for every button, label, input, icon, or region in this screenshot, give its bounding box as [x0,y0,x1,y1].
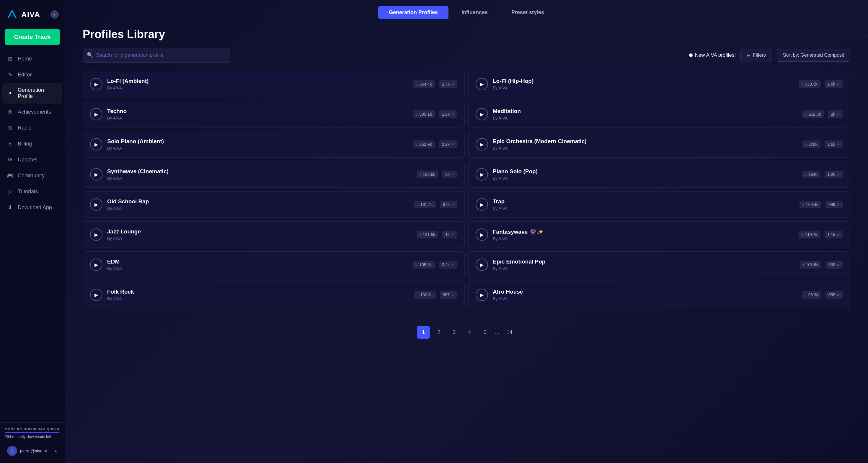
new-aiva-profiles-button[interactable]: New AIVA profiles! [689,52,736,58]
profile-info: Lo-Fi (Ambient) By AIVA [107,78,408,90]
play-button[interactable]: ▶ [90,168,102,180]
play-button[interactable]: ▶ [476,78,488,90]
sidebar-item-home[interactable]: ⊟ Home [2,51,62,66]
download-app-icon: ⬇ [6,204,13,211]
sidebar-item-download-app[interactable]: ⬇ Download App [2,200,62,215]
profile-card[interactable]: ▶ Fantasywave 👾✨ By AIVA ♪ 119.7k 1.1k ✓ [468,221,850,248]
page-btn-4[interactable]: 4 [463,326,476,339]
search-bar-row: 🔍 New AIVA profiles! ⊟ Filters Sort by: … [83,48,850,63]
profile-card[interactable]: ▶ Folk Rock By AIVA ♪ 100.8k 867 ✓ [83,282,465,308]
filters-button[interactable]: ⊟ Filters [740,49,772,62]
play-button[interactable]: ▶ [90,198,102,211]
page-btn-2[interactable]: 2 [432,326,445,339]
profile-card[interactable]: ▶ Solo Piano (Ambient) By AIVA ♪ 252.9k … [83,131,465,158]
user-profile[interactable]: 👤 pierre@aiva.ai ▲ [5,443,60,458]
sidebar-item-community[interactable]: 🎮 Community [2,168,62,183]
play-count: ♪ 119.7k [799,231,820,238]
like-count-value: 999 [829,202,835,207]
sidebar-item-updates[interactable]: ⟳ Updates [2,152,62,167]
profile-author: By AIVA [107,176,412,180]
profile-name: Jazz Lounge [107,228,412,235]
like-count-value: 1.6k [442,112,450,117]
like-count-value: 1k [445,232,450,237]
music-note-icon: ♪ [417,293,419,297]
profile-name: Folk Rock [107,289,409,295]
verified-icon: ✓ [451,233,454,237]
profile-card[interactable]: ▶ Techno By AIVA ♪ 309.1k 1.6k ✓ [83,101,465,128]
tab-generation-profiles[interactable]: Generation Profiles [378,6,448,19]
user-email: pierre@aiva.ai [20,449,51,453]
sidebar-item-generation-profile[interactable]: ✦ Generation Profile [2,83,62,104]
sidebar-item-billing[interactable]: $ Billing [2,136,62,152]
play-button[interactable]: ▶ [90,259,102,271]
profile-stats: ♪ 161.4k 673 ✓ [414,201,457,208]
sidebar-item-tutorials[interactable]: ▷ Tutorials [2,184,62,199]
play-count: ♪ 100.8k [414,291,436,299]
profile-stats: ♪ 105.6k 3.2k ✓ [413,261,457,268]
profile-stats: ♪ 164k 1.2k ✓ [802,171,843,178]
play-button[interactable]: ▶ [476,138,488,151]
sort-button[interactable]: Sort by: Generated Composit [777,49,850,62]
verified-icon: ✓ [451,263,454,267]
play-count-value: 262.3k [808,112,821,117]
profile-card[interactable]: ▶ Meditation By AIVA ♪ 262.3k 2k ✓ [468,101,850,128]
profile-card[interactable]: ▶ Jazz Lounge By AIVA ♪ 131.5k 1k ✓ [83,221,465,248]
profile-info: Solo Piano (Ambient) By AIVA [107,138,408,151]
sidebar-item-editor[interactable]: ✎ Editor [2,67,62,82]
create-track-button[interactable]: Create Track [5,29,60,45]
profile-card[interactable]: ▶ Piano Solo (Pop) By AIVA ♪ 164k 1.2k ✓ [468,161,850,188]
play-button[interactable]: ▶ [90,108,102,121]
music-note-icon: ♪ [420,172,422,177]
play-button[interactable]: ▶ [476,259,488,271]
like-count: 2.6k ✓ [825,80,843,88]
sidebar-item-radio[interactable]: ⊙ Radio [2,120,62,135]
search-input[interactable] [83,48,230,63]
play-button[interactable]: ▶ [476,108,488,121]
like-count-value: 658 [829,292,835,297]
aiva-logo-icon [6,8,18,21]
play-button[interactable]: ▶ [476,228,488,241]
profile-card[interactable]: ▶ Epic Orchestra (Modern Cinematic) By A… [468,131,850,158]
play-button[interactable]: ▶ [90,289,102,301]
profile-card[interactable]: ▶ Trap By AIVA ♪ 160.4k 999 ✓ [468,191,850,218]
like-count-value: 1.2k [828,172,835,177]
profile-info: Afro House By AIVA [493,289,797,301]
profile-name: Lo-Fi (Hip-Hop) [493,78,794,85]
sidebar-item-achievements[interactable]: ◎ Achievements [2,104,62,120]
play-count-value: 105.6k [419,262,432,267]
top-nav: Generation Profiles Influences Preset st… [65,0,868,25]
profile-card[interactable]: ▶ Epic Emotional Pop By AIVA ♪ 103.6k 66… [468,252,850,278]
profile-card[interactable]: ▶ EDM By AIVA ♪ 105.6k 3.2k ✓ [83,252,465,278]
play-button[interactable]: ▶ [476,289,488,301]
page-btn-14[interactable]: 14 [503,326,516,339]
profile-card[interactable]: ▶ Old School Rap By AIVA ♪ 161.4k 673 ✓ [83,191,465,218]
page-btn-3[interactable]: 3 [447,326,461,339]
profile-card[interactable]: ▶ Afro House By AIVA ♪ 98.3k 658 ✓ [468,282,850,308]
play-count: ♪ 252.9k [413,140,435,148]
like-count: 1.1k ✓ [825,231,843,238]
like-count-value: 662 [829,262,835,267]
tab-preset-styles[interactable]: Preset styles [501,6,555,19]
play-count-value: 161.4k [421,202,433,207]
play-button[interactable]: ▶ [476,198,488,211]
profile-stats: ♪ 198.6k 2k ✓ [416,171,457,178]
play-button[interactable]: ▶ [90,138,102,151]
music-note-icon: ♪ [417,202,419,207]
play-button[interactable]: ▶ [90,78,102,90]
tab-influences[interactable]: Influences [451,6,498,19]
page-btn-1[interactable]: 1 [417,326,430,339]
play-button[interactable]: ▶ [90,228,102,241]
verified-icon: ✓ [837,142,840,147]
music-note-icon: ♪ [416,263,418,267]
updates-icon: ⟳ [6,156,13,163]
profile-card[interactable]: ▶ Lo-Fi (Ambient) By AIVA ♪ 364.4k 2.7k … [83,71,465,97]
page-btn-5[interactable]: 5 [478,326,491,339]
profile-stats: ♪ 262.3k 2k ✓ [802,110,843,118]
sidebar-collapse-button[interactable]: ‹ [51,10,59,19]
profile-card[interactable]: ▶ Lo-Fi (Hip-Hop) By AIVA ♪ 330.3k 2.6k … [468,71,850,97]
profile-card[interactable]: ▶ Synthwave (Cinematic) By AIVA ♪ 198.6k… [83,161,465,188]
like-count: 2k ✓ [828,110,843,118]
like-count-value: 2.2k [442,142,450,147]
play-button[interactable]: ▶ [476,168,488,180]
play-count-value: 164k [808,172,817,177]
